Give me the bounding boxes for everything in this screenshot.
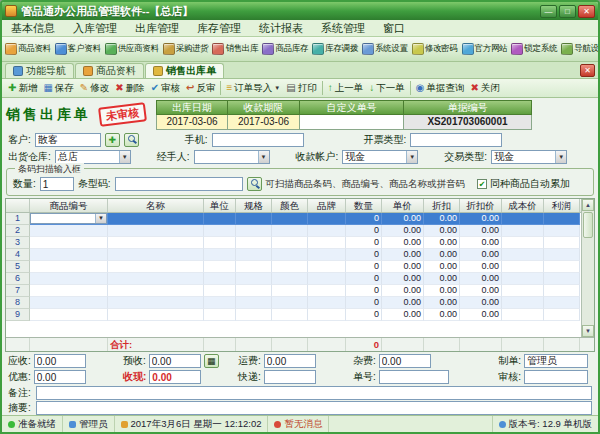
prepaid-detail-button[interactable]: ▦	[204, 354, 219, 368]
tab[interactable]: 商品资料	[75, 63, 144, 78]
phone-input[interactable]	[212, 133, 304, 147]
trade-type-combobox[interactable]: 现金 ▼	[491, 150, 567, 164]
grid-col-header[interactable]: 数量	[346, 199, 382, 212]
remark-input[interactable]	[36, 386, 592, 400]
barcode-qty-input[interactable]	[40, 177, 74, 191]
due-date-value[interactable]: 2017-03-06	[228, 115, 300, 130]
prepaid-input[interactable]	[149, 354, 201, 368]
invoice-type-input[interactable]	[410, 133, 502, 147]
menu-item[interactable]: 窗口	[374, 20, 414, 36]
add-customer-button[interactable]: ✚	[105, 133, 120, 147]
toolbar-button[interactable]: 客户资料	[53, 42, 103, 56]
custom-no-value[interactable]	[300, 115, 404, 130]
menu-item[interactable]: 出库管理	[126, 20, 188, 36]
close-button[interactable]: ✕	[578, 5, 595, 18]
outbound-date-header[interactable]: 出库日期	[156, 100, 228, 115]
grid-col-header[interactable]: 单位	[204, 199, 236, 212]
grid-row[interactable]: 700.000.000.00	[6, 285, 581, 297]
handler-combobox[interactable]: ▼	[194, 150, 270, 164]
grid-col-header[interactable]: 成本价	[502, 199, 544, 212]
scroll-up-icon[interactable]: ▲	[582, 199, 594, 211]
toolbar-button[interactable]: 官方网站	[460, 42, 510, 56]
auto-accumulate-option[interactable]: ✔ 同种商品自动累加	[477, 177, 570, 191]
misc-fee-input[interactable]	[379, 354, 431, 368]
warehouse-dropdown-icon[interactable]: ▼	[119, 151, 130, 163]
grid-row[interactable]: 500.000.000.00	[6, 261, 581, 273]
toolbar-button[interactable]: 导航设置	[559, 42, 598, 56]
grid-col-header[interactable]: 折扣	[424, 199, 460, 212]
auto-accumulate-checkbox[interactable]: ✔	[477, 179, 487, 189]
menu-item[interactable]: 系统管理	[312, 20, 374, 36]
action-button[interactable]: ✚新增	[5, 81, 40, 96]
grid-col-header[interactable]: 商品编号	[30, 199, 108, 212]
search-customer-button[interactable]	[124, 133, 139, 147]
tab-close-button[interactable]: ✕	[580, 64, 595, 77]
tab[interactable]: 功能导航	[5, 63, 74, 78]
action-button[interactable]: ✖关闭	[467, 81, 502, 96]
grid-row[interactable]: 300.000.000.00	[6, 237, 581, 249]
menu-item[interactable]: 基本信息	[2, 20, 64, 36]
action-button[interactable]: ↓下一单	[366, 81, 408, 96]
discount-input[interactable]	[34, 370, 86, 384]
freight-input[interactable]	[264, 354, 316, 368]
menu-item[interactable]: 入库管理	[64, 20, 126, 36]
grid-col-header[interactable]: 利润	[544, 199, 580, 212]
action-button[interactable]: ✔审核	[148, 81, 183, 96]
action-button[interactable]: ≡订单导入▼	[223, 81, 283, 96]
account-dropdown-icon[interactable]: ▼	[406, 151, 417, 163]
warehouse-combobox[interactable]: 总店 ▼	[55, 150, 131, 164]
customer-input[interactable]	[35, 133, 101, 147]
product-code-combobox[interactable]: ▼	[30, 213, 107, 224]
grid-col-header[interactable]: 单价	[382, 199, 424, 212]
grid-row[interactable]: 900.000.000.00	[6, 309, 581, 321]
action-button[interactable]: ▦保存	[40, 81, 76, 96]
action-button[interactable]: ✎修改	[77, 81, 112, 96]
minimize-button[interactable]: —	[540, 5, 557, 18]
grid-row[interactable]: 800.000.000.00	[6, 297, 581, 309]
tab[interactable]: 销售出库单	[145, 63, 224, 78]
grid-row[interactable]: 1▼00.000.000.00	[6, 213, 581, 225]
receivable-input[interactable]	[34, 354, 86, 368]
menu-item[interactable]: 统计报表	[250, 20, 312, 36]
cash-received-input[interactable]	[149, 370, 201, 384]
scroll-down-icon[interactable]: ▼	[582, 325, 594, 337]
toolbar-button[interactable]: 系统设置	[360, 42, 410, 56]
toolbar-button[interactable]: 修改密码	[410, 42, 460, 56]
barcode-search-button[interactable]	[247, 177, 262, 191]
handler-dropdown-icon[interactable]: ▼	[258, 151, 269, 163]
grid-col-header[interactable]: 品牌	[308, 199, 346, 212]
scrollbar-thumb[interactable]	[583, 212, 593, 238]
custom-no-header[interactable]: 自定义单号	[300, 100, 404, 115]
grid-col-header[interactable]: 规格	[236, 199, 272, 212]
status-message-panel[interactable]: 暂无消息	[268, 416, 329, 432]
express-input[interactable]	[264, 370, 316, 384]
outbound-date-value[interactable]: 2017-03-06	[156, 115, 228, 130]
grid-vertical-scrollbar[interactable]: ▲ ▼	[581, 199, 594, 337]
doc-no-header[interactable]: 单据编号	[404, 100, 532, 115]
toolbar-button[interactable]: 锁定系统	[509, 42, 559, 56]
grid-col-header[interactable]: 名称	[108, 199, 204, 212]
toolbar-button[interactable]: 供应商资料	[103, 42, 161, 56]
tracking-no-input[interactable]	[379, 370, 449, 384]
barcode-code-input[interactable]	[115, 177, 243, 191]
summary-input[interactable]	[36, 401, 592, 415]
toolbar-button[interactable]: 库存调拨	[310, 42, 360, 56]
toolbar-button[interactable]: 销售出库	[210, 42, 260, 56]
grid-col-header[interactable]: 折扣价	[460, 199, 502, 212]
scrollbar-track[interactable]	[582, 211, 594, 325]
action-button[interactable]: ↑上一单	[325, 81, 367, 96]
action-button[interactable]: ◉单据查询	[413, 81, 468, 96]
toolbar-button[interactable]: 采购进货	[161, 42, 211, 56]
grid-col-header[interactable]: 颜色	[272, 199, 308, 212]
due-date-header[interactable]: 收款期限	[228, 100, 300, 115]
action-button[interactable]: ✖删除	[112, 81, 147, 96]
account-combobox[interactable]: 现金 ▼	[342, 150, 418, 164]
grid-row[interactable]: 600.000.000.00	[6, 273, 581, 285]
action-button[interactable]: ▤打印	[283, 81, 319, 96]
toolbar-button[interactable]: 商品资料	[3, 42, 53, 56]
product-code-dropdown-icon[interactable]: ▼	[95, 214, 106, 223]
menu-item[interactable]: 库存管理	[188, 20, 250, 36]
trade-type-dropdown-icon[interactable]: ▼	[555, 151, 566, 163]
grid-row[interactable]: 200.000.000.00	[6, 225, 581, 237]
maximize-button[interactable]: □	[559, 5, 576, 18]
